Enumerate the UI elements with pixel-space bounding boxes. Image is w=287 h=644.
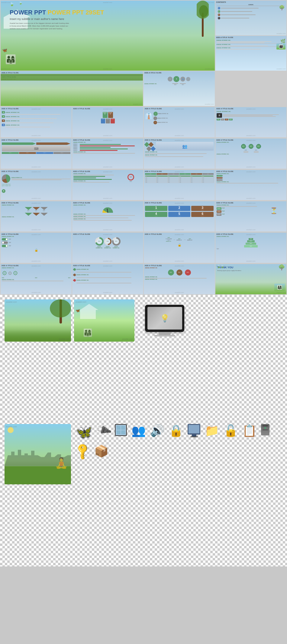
- icon-package: 📦: [94, 445, 108, 458]
- icon-window-frame: [115, 424, 127, 440]
- slide-arrow-labels[interactable]: ADD A TITLE SLIDE ASADAL INTERNET, INC. …: [215, 170, 286, 200]
- slide-r5-4-title: ADD A TITLE SLIDE: [215, 201, 286, 204]
- slide-r6-3-title: ADD A TITLE SLIDE: [144, 233, 215, 235]
- icon-lock-closed: 🔒: [169, 424, 183, 440]
- slide-r3-4-title: ADD A TITLE SLIDE: [215, 139, 286, 141]
- slide-toggles[interactable]: ADD A TITLE SLIDE ASADAL INTERNET, INC. …: [1, 233, 72, 263]
- slide-hourglass[interactable]: ADD A TITLE SLIDE ASADAL INTERNET, INC. …: [215, 201, 286, 231]
- company-label: ASADAL INTERNET, INC.: [217, 40, 285, 41]
- slide-flow-circles[interactable]: ADD A TITLE SLIDE ASADAL INTERNET, INC. …: [215, 139, 286, 169]
- slides-row-2: ADD A TITLE SLIDE ▶ ASADAL INTERNET, INC…: [0, 107, 287, 138]
- slide-keyboard[interactable]: ADD A TITLE SLIDE ⌨ SPEC 1 SPEC 2: [1, 139, 72, 169]
- watermark: asadal.com: [276, 68, 286, 70]
- slide-person-circles[interactable]: ADD A TITLE SLIDE 👔 T ASADAL INTERNET, I…: [144, 107, 215, 137]
- icon-folder: 📁: [205, 424, 219, 440]
- slide-chevrons[interactable]: ADD A TITLE SLIDE ASADAL INTERNET, INC. …: [1, 201, 72, 231]
- thankyou-subtitle: Donating support group's supply & donati…: [217, 270, 285, 271]
- slide-gears[interactable]: ADD A TITLE SLIDE ASADAL INTERNET, INC. …: [1, 264, 72, 294]
- slide-circles[interactable]: ADD A TITLE SLIDE T T 👤 🔊 TEXT T: [144, 71, 215, 106]
- slide-list-icons[interactable]: ADD A TITLE SLIDE ▶ ASADAL INTERNET, INC…: [1, 107, 72, 137]
- slides-row-4: ADD A TITLE SLIDE ASADAL INTERNET, INC. …: [0, 169, 287, 201]
- photo-landscape-2: 👨‍👩‍👧 🦋 asadal.com asadal.com: [74, 299, 134, 342]
- icon-key: 🔑: [76, 445, 90, 458]
- icon-group: 👥: [131, 424, 146, 440]
- icon-lock-open: 🔓: [224, 424, 238, 440]
- slide-r5-3-title: ADD A TITLE SLIDE: [144, 201, 215, 204]
- photo-city-girl: 🧘 asadal.com: [5, 424, 71, 484]
- slide-r2-4-title: ADD A TITLE SLIDE: [215, 107, 286, 110]
- slides-row-3: ADD A TITLE SLIDE ⌨ SPEC 1 SPEC 2: [0, 138, 287, 169]
- contents-item-1: 01: [217, 7, 285, 10]
- icon-speaker: 🔊: [150, 424, 164, 440]
- slide-r2-1-title: ADD A TITLE SLIDE: [1, 107, 72, 110]
- presentation-preview: 🍃 🍃 👨‍👩‍👧 🦋 POWER PPT POWER PPT 29SET In…: [0, 0, 287, 295]
- thankyou-title: THANK YOU: [217, 266, 285, 269]
- slide-r4-3-title: ADD A TITLE SLIDE: [144, 170, 215, 173]
- slide-diamond-team[interactable]: ADD A TITLE SLIDE: [144, 139, 215, 169]
- icon-monitor-frame: [188, 424, 200, 440]
- contents-num-1: 01: [218, 7, 220, 9]
- watermark: asadal.com: [276, 292, 286, 293]
- monitor-asset: 💡: [137, 299, 192, 342]
- icon-usb-drive: 🔌: [97, 424, 110, 440]
- slide-house-arrows[interactable]: ADD A TITLE SLIDE ASADAL INT. ASADAL INT…: [72, 107, 143, 137]
- slide-r2-3-title: ADD A TITLE SLIDE: [144, 107, 215, 110]
- slide-rings[interactable]: ADD A TITLE SLIDE TEXT TEXT TEXT: [72, 233, 143, 263]
- data-table: ADJTEXTTEXTTEXTTEXTTEXT ADJ1TEXTTEXTTEXT…: [145, 175, 214, 183]
- slide-title-label-1: ADD A TITLE SLIDE: [215, 36, 287, 39]
- slide-elearning[interactable]: ADD A TITLE SLIDE ASADAL INTERNET, INC. …: [215, 107, 286, 137]
- contents-num-3: 03: [218, 14, 220, 16]
- hero-subtitle: Insert my subtitle or main author's name…: [10, 18, 206, 21]
- slide-r6-2-title: ADD A TITLE SLIDE: [72, 233, 143, 235]
- slide-pie-chart[interactable]: ADD A TITLE SLIDE ASADAL INTERNET, INC. …: [1, 170, 72, 200]
- slide-r4-4-title: ADD A TITLE SLIDE: [215, 170, 286, 173]
- assets-section: asadal.com asadal.com 👨‍👩‍👧 🦋 asadal.com…: [0, 295, 287, 566]
- contents-item-3: 03: [217, 13, 285, 16]
- hero-title: POWER PPT POWER PPT 29SET: [10, 9, 206, 16]
- slides-row-6: ADD A TITLE SLIDE ASADAL INTERNET, INC. …: [0, 232, 287, 263]
- slide-r4-1-title: ADD A TITLE SLIDE: [1, 170, 72, 173]
- slide-r6-4-title: ADD A TITLE SLIDE: [215, 233, 286, 235]
- slide-numbered-steps[interactable]: ADD A TITLE SLIDE 1 ASADAL 2 ASADAL: [144, 201, 215, 231]
- hero-description: Asadal has been running one of the bigge…: [10, 22, 70, 30]
- slide-r4-2-title: ADD A TITLE SLIDE: [72, 170, 143, 173]
- slide-r3-2-title: ADD A TITLE SLIDE: [72, 139, 143, 141]
- slide-bar-circle[interactable]: ADD A TITLE SLIDE ASADAL INTERNET, INC. …: [72, 170, 143, 200]
- slide-r7-3-title: ADD A TITLE SLIDE: [144, 264, 215, 267]
- slide-pyramid[interactable]: ADD A TITLE SLIDE ASADAL INTERNET, INC. …: [215, 233, 286, 263]
- slide-title-label-2: ADD A TITLE SLIDE: [1, 71, 143, 74]
- contents-num-4: 04: [218, 17, 220, 19]
- contents-item-2: 02: [217, 10, 285, 13]
- slide-r7-2-title: ADD A TITLE SLIDE: [72, 264, 143, 267]
- slides-row-7: ADD A TITLE SLIDE ASADAL INTERNET, INC. …: [0, 263, 287, 295]
- slide-leaf-steps[interactable]: ADD A TITLE SLIDE ASADAL INTERNET, INC. …: [72, 264, 143, 294]
- hero-slide[interactable]: 🍃 🍃 👨‍👩‍👧 🦋 POWER PPT POWER PPT 29SET In…: [1, 1, 215, 71]
- watermark: asadal.com: [205, 103, 214, 105]
- slide-r3-3-title: ADD A TITLE SLIDE: [144, 139, 215, 141]
- contents-item-4: 04: [217, 17, 285, 20]
- slide-r5-2-title: ADD A TITLE SLIDE: [72, 201, 143, 204]
- slide-r7-1-title: ADD A TITLE SLIDE: [1, 264, 72, 267]
- slide-r3-1-title: ADD A TITLE SLIDE: [1, 139, 72, 141]
- slide-gauge[interactable]: ADD A TITLE SLIDE ASADAL INTERNET, INC. …: [72, 201, 143, 231]
- slide-table[interactable]: ADD A TITLE SLIDE TEXT TEXT TEXT TEXT TE…: [144, 170, 215, 200]
- slide-flow-connected[interactable]: ADD A TITLE SLIDE ASADAL INTERNET, INC. …: [144, 264, 215, 294]
- contents-num-2: 02: [218, 10, 220, 13]
- photo-landscape-1: asadal.com asadal.com: [5, 299, 71, 342]
- slide-add-title-1[interactable]: ADD A TITLE SLIDE 🌿 ASADAL INTERNET, INC…: [215, 36, 287, 71]
- slide-bar-chart[interactable]: ADD A TITLE SLIDE ASADAL INTERNET, INC. …: [72, 139, 143, 169]
- slide-contents[interactable]: CONTENTS CONTENTS 🌳 01 02 03: [215, 1, 287, 35]
- company-label-3: ASADAL INTERNET, INC.: [217, 47, 285, 49]
- slides-row-5: ADD A TITLE SLIDE ASADAL INTERNET, INC. …: [0, 201, 287, 232]
- slide-title-label-3: ADD A TITLE SLIDE: [144, 71, 215, 74]
- icon-butterfly: 🦋: [76, 424, 92, 440]
- slide-contents-title: CONTENTS: [215, 1, 287, 3]
- slide-add-title-2[interactable]: ADD A TITLE SLIDE ADD A TITLE SLIDE ASAD…: [1, 71, 143, 106]
- slide-r6-1-title: ADD A TITLE SLIDE: [1, 233, 72, 235]
- slide-r2-2-title: ADD A TITLE SLIDE: [72, 107, 143, 110]
- slide-thankyou[interactable]: 🌳 🍃🍃 THANK YOU Donating support group's …: [215, 264, 286, 294]
- icon-clipboard: 📋: [242, 424, 256, 440]
- company-label-2: ASADAL INTERNET, INC.: [217, 44, 285, 45]
- slide-r5-1-title: ADD A TITLE SLIDE: [1, 201, 72, 204]
- slide-click-nav[interactable]: ADD A TITLE SLIDE TEXT CLICK TO ADD TEXT…: [144, 233, 215, 263]
